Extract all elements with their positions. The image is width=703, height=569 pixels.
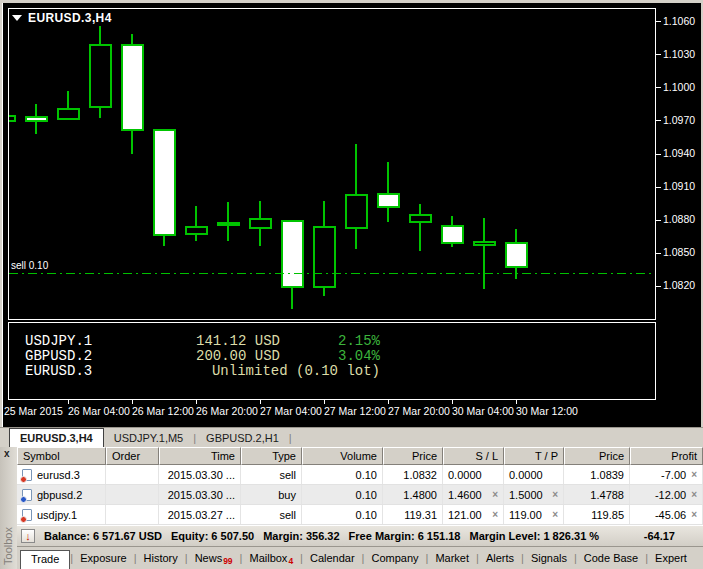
order-document-icon [22, 489, 32, 501]
toolbox-tab-alerts[interactable]: Alerts [479, 550, 521, 566]
overlay-symbol: EURUSD.3 [25, 363, 92, 379]
time-tick [260, 400, 261, 404]
stop-loss-cell: 121.00× [443, 505, 504, 524]
overlay-percent: 3.04% [338, 348, 380, 364]
balance-bar: ↓ Balance: 6 571.67 USDEquity: 6 507.50M… [17, 525, 703, 546]
close-order-button[interactable]: × [691, 469, 697, 480]
bear-candle-body [121, 44, 144, 131]
price-tick [656, 120, 661, 121]
chart-tab-gbpusd-2-h1[interactable]: GBPUSD.2,H1 [196, 428, 289, 447]
bull-candle-body [8, 115, 16, 122]
column-header-price[interactable]: Price [383, 447, 443, 465]
column-header-profit[interactable]: Profit [630, 447, 703, 465]
bear-candle-body [217, 222, 240, 226]
column-header-type[interactable]: Type [241, 447, 302, 465]
toolbox-panel: x Toolbox SymbolOrderTimeTypeVolumePrice… [0, 447, 703, 569]
chart-title: EURUSD.3,H4 [28, 11, 112, 25]
tab-label: Mailbox [249, 552, 287, 564]
balance-item-margin-: Margin: 356.32 [263, 530, 339, 542]
close-order-button[interactable]: × [691, 489, 697, 500]
price-tick [656, 286, 661, 287]
price-tick [656, 154, 661, 155]
take-profit-cell: 1.5000× [504, 485, 564, 504]
bull-candle-body [57, 108, 80, 120]
bear-candle-body [153, 129, 176, 236]
bull-candle-body [313, 226, 336, 288]
column-header-symbol[interactable]: Symbol [17, 447, 106, 465]
trade-row-gbpusd.2[interactable]: gbpusd.22015.03.30 ...buy0.101.48001.460… [17, 485, 703, 505]
symbol-name: gbpusd.2 [37, 489, 82, 501]
close-toolbox-button[interactable]: x [4, 448, 10, 459]
overlay-value: 141.12 USD [196, 333, 280, 349]
time-tick [68, 400, 69, 404]
remove-sl-button[interactable]: × [492, 509, 498, 520]
chart-dropdown-icon[interactable] [12, 15, 22, 21]
profit-value: -7.00 [661, 469, 686, 481]
bull-candle-body [345, 194, 368, 228]
overlay-value: 200.00 USD [196, 348, 280, 364]
toolbox-tab-history[interactable]: History [137, 550, 185, 566]
balance-item-margin-level-: Margin Level: 1 826.31 % [469, 530, 599, 542]
toolbox-tab-market[interactable]: Market [428, 550, 476, 566]
chart-window: EURUSD.3,H4 sell 0.10 1.10601.10301.1000… [3, 3, 701, 427]
toolbox-tab-mailbox[interactable]: Mailbox4 [242, 550, 300, 566]
toolbox-vertical-label: Toolbox [2, 527, 14, 565]
tab-label: Alerts [486, 552, 514, 564]
time-tick-label: 26 Mar 04:00 [68, 405, 130, 417]
open-price-cell: 119.31 [383, 505, 443, 524]
price-tick [656, 54, 661, 55]
toolbox-tab-code-base[interactable]: Code Base [577, 550, 645, 566]
tab-separator: | [289, 428, 292, 447]
time-tick [452, 400, 453, 404]
time-tick-label: 26 Mar 12:00 [132, 405, 194, 417]
open-price-cell: 1.4800 [383, 485, 443, 504]
time-tick [196, 400, 197, 404]
sl-value: 0.0000 [448, 469, 482, 481]
column-header-order[interactable]: Order [106, 447, 159, 465]
main-plot[interactable]: EURUSD.3,H4 sell 0.10 [8, 8, 656, 320]
close-order-button[interactable]: × [691, 509, 697, 520]
toolbox-tab-calendar[interactable]: Calendar [303, 550, 362, 566]
remove-sl-button[interactable]: × [492, 489, 498, 500]
price-tick-label: 1.0880 [663, 213, 695, 225]
column-header-s-l[interactable]: S / L [443, 447, 504, 465]
take-profit-cell: 119.00× [504, 505, 564, 524]
sell-order-line [9, 273, 655, 274]
toolbox-tab-expert[interactable]: Expert [648, 550, 694, 566]
bull-candle-body [249, 218, 272, 229]
tp-value: 0.0000 [509, 469, 543, 481]
type-cell: sell [241, 465, 302, 484]
column-header-volume[interactable]: Volume [302, 447, 383, 465]
time-tick-label: 30 Mar 12:00 [516, 405, 578, 417]
remove-tp-button[interactable]: × [552, 489, 558, 500]
toolbox-tab-bar: Trade|Exposure|History|News99|Mailbox4|C… [17, 546, 703, 569]
chart-tab-usdjpy-1-m5[interactable]: USDJPY.1,M5 [104, 428, 194, 447]
order-document-icon [22, 509, 32, 521]
sell-dot-icon [20, 516, 27, 523]
sell-order-label: sell 0.10 [11, 260, 48, 271]
sl-value: 121.00 [448, 509, 482, 521]
column-header-t-p[interactable]: T / P [504, 447, 564, 465]
column-header-time[interactable]: Time [159, 447, 241, 465]
tab-label: News [195, 552, 223, 564]
column-header-price[interactable]: Price [564, 447, 630, 465]
volume-cell: 0.10 [302, 465, 383, 484]
balance-item-equity-: Equity: 6 507.50 [171, 530, 254, 542]
time-tick-label: 25 Mar 2015 [4, 405, 63, 417]
toolbox-tab-signals[interactable]: Signals [524, 550, 574, 566]
chart-tab-eurusd-3-h4[interactable]: EURUSD.3,H4 [9, 428, 104, 447]
toolbox-tab-trade[interactable]: Trade [20, 550, 70, 569]
trade-row-eurusd.3[interactable]: eurusd.32015.03.30 ...sell0.101.08320.00… [17, 465, 703, 485]
price-tick-label: 1.0910 [663, 180, 695, 192]
tab-label: Code Base [584, 552, 638, 564]
open-price-cell: 1.0832 [383, 465, 443, 484]
toolbox-tab-company[interactable]: Company [364, 550, 425, 566]
current-price-cell: 1.0839 [564, 465, 630, 484]
toolbox-tab-exposure[interactable]: Exposure [73, 550, 133, 566]
stop-loss-cell: 0.0000 [443, 465, 504, 484]
trade-row-usdjpy.1[interactable]: usdjpy.12015.03.27 ...sell0.10119.31121.… [17, 505, 703, 525]
remove-tp-button[interactable]: × [552, 509, 558, 520]
profit-value: -45.06 [655, 509, 686, 521]
tab-label: Expert [655, 552, 687, 564]
toolbox-tab-news[interactable]: News99 [188, 550, 240, 566]
